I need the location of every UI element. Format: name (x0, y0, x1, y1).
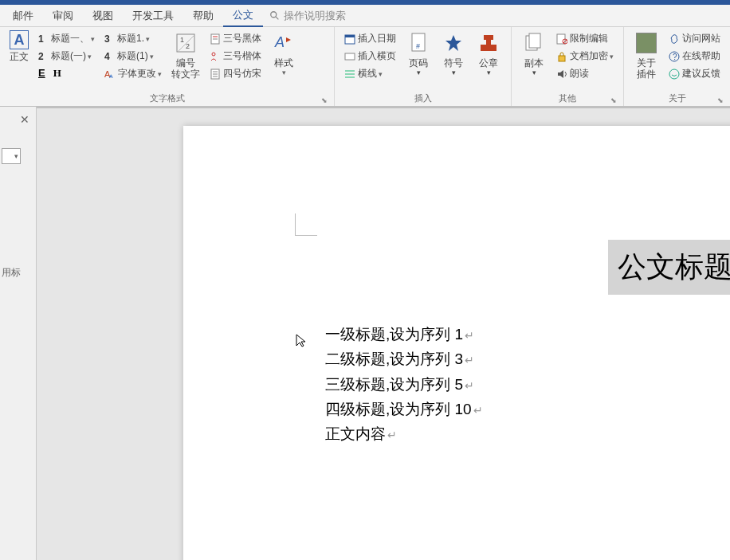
star-icon (441, 30, 466, 56)
zhengwen-button[interactable]: A 正文 (5, 29, 33, 64)
svg-rect-27 (481, 45, 496, 51)
document-area[interactable]: 公文标题 一级标题,设为序列 1↵ 二级标题,设为序列 3↵ 三级标题,设为序列… (37, 107, 730, 560)
pagenum-button[interactable]: # 页码▾ (401, 29, 436, 79)
heading1-button[interactable]: 1标题一、▾ (35, 30, 98, 47)
restrict-icon (556, 33, 567, 45)
svg-point-0 (271, 11, 277, 17)
dialog-launcher-icon[interactable]: ⬊ (321, 96, 328, 104)
navigation-pane: ✕ ▾ 用标 (0, 107, 37, 560)
insert-landscape-button[interactable]: 插入横页 (341, 48, 399, 65)
styles-button[interactable]: A 样式 ▾ (266, 29, 301, 79)
symbol-button[interactable]: 符号▾ (436, 29, 471, 79)
svg-point-11 (212, 53, 215, 56)
styles-icon: A (271, 30, 296, 56)
svg-text:?: ? (673, 53, 677, 61)
svg-rect-19 (345, 53, 355, 60)
chevron-down-icon: ▾ (91, 35, 95, 43)
group-label-other: 其他⬊ (516, 91, 618, 106)
hline-icon (344, 69, 355, 80)
speaker-icon (556, 69, 567, 80)
chevron-down-icon: ▾ (282, 69, 286, 77)
svg-rect-34 (559, 56, 565, 61)
nav-search-input[interactable]: ▾ (2, 148, 21, 164)
dialog-launcher-icon[interactable]: ⬊ (717, 96, 724, 104)
document-page[interactable]: 公文标题 一级标题,设为序列 1↵ 二级标题,设为序列 3↵ 三级标题,设为序列… (183, 126, 730, 560)
lock-icon (556, 51, 567, 62)
chevron-down-icon: ▾ (417, 69, 421, 77)
document-title[interactable]: 公文标题 (608, 240, 730, 295)
close-icon[interactable]: ✕ (20, 113, 29, 126)
seal-icon (476, 30, 501, 56)
numbering-to-text-button[interactable]: 12 编号 转文字 (167, 29, 205, 82)
doc-icon (210, 33, 221, 45)
doc-line[interactable]: 一级标题,设为序列 1↵ (325, 322, 483, 347)
feedback-button[interactable]: 建议反馈 (665, 65, 724, 82)
copy-button[interactable]: 副本▾ (516, 29, 551, 79)
cursor-icon (295, 333, 306, 350)
doc-line[interactable]: 正文内容↵ (325, 421, 483, 446)
restrict-edit-button[interactable]: 限制编辑 (553, 30, 617, 47)
menu-help[interactable]: 帮助 (183, 6, 223, 26)
menu-gongwen[interactable]: 公文 (223, 5, 263, 27)
svg-text:ᴀ: ᴀ (109, 72, 113, 80)
seal-button[interactable]: 公章▾ (471, 29, 506, 79)
chevron-down-icon: ▾ (146, 35, 150, 43)
doc-icon (210, 69, 221, 80)
online-help-button[interactable]: ?在线帮助 (665, 48, 724, 65)
doc-line[interactable]: 四级标题,设为序列 10↵ (325, 397, 483, 421)
svg-rect-18 (345, 35, 355, 37)
heading3-button[interactable]: 3标题1.▾ (101, 30, 165, 47)
chevron-down-icon: ▾ (487, 69, 491, 77)
insert-date-button[interactable]: 插入日期 (341, 30, 399, 47)
dropdown-icon[interactable]: ▾ (14, 152, 18, 160)
sihao-fangsong-button[interactable]: 四号仿宋 (206, 65, 265, 82)
chevron-down-icon: ▾ (610, 53, 614, 61)
font-icon: Aᴀ (104, 69, 116, 80)
ribbon: A 正文 1标题一、▾ 2标题(一)▾ E H 3标题1.▾ 4标题(1)▾ A… (0, 27, 730, 107)
hline-button[interactable]: 横线▾ (341, 65, 399, 82)
dialog-launcher-icon[interactable]: ⬊ (610, 96, 617, 104)
menu-view[interactable]: 视图 (83, 6, 123, 26)
avatar-icon (634, 30, 659, 56)
feedback-icon (669, 69, 680, 80)
svg-point-38 (669, 69, 679, 79)
doc-line[interactable]: 三级标题,设为序列 5↵ (325, 372, 483, 397)
about-plugin-button[interactable]: 关于 插件 (629, 29, 664, 82)
tell-me-label: 操作说明搜索 (284, 9, 346, 23)
person-icon (210, 51, 221, 62)
font-change-button[interactable]: Aᴀ字体更改▾ (101, 65, 165, 82)
zhengwen-icon: A (10, 30, 29, 49)
chevron-down-icon: ▾ (452, 69, 456, 77)
chevron-down-icon: ▾ (532, 69, 536, 77)
margin-marker (295, 213, 317, 236)
copy-icon (521, 30, 547, 56)
heading2-button[interactable]: 2标题(一)▾ (35, 48, 98, 65)
tell-me-search[interactable]: 操作说明搜索 (269, 9, 346, 23)
group-label-text: 文字格式⬊ (5, 91, 329, 106)
sanhao-kaiti-button[interactable]: 三号楷体 (206, 48, 265, 65)
group-label-insert: 插入 (339, 91, 506, 106)
document-body[interactable]: 一级标题,设为序列 1↵ 二级标题,设为序列 3↵ 三级标题,设为序列 5↵ 四… (325, 322, 483, 447)
svg-marker-25 (445, 35, 461, 51)
group-label-about: 关于⬊ (629, 91, 725, 106)
emphasis-button[interactable]: H (50, 65, 65, 81)
chevron-down-icon: ▾ (88, 53, 92, 61)
svg-rect-30 (529, 33, 540, 48)
sanhao-heiti-button[interactable]: 三号黑体 (206, 30, 265, 47)
menu-bar: 邮件 审阅 视图 开发工具 帮助 公文 操作说明搜索 (0, 5, 730, 27)
heading4-button[interactable]: 4标题(1)▾ (101, 48, 165, 65)
svg-text:A: A (274, 34, 285, 50)
doc-line[interactable]: 二级标题,设为序列 3↵ (325, 347, 483, 371)
underline-button[interactable]: E (35, 65, 49, 81)
menu-devtools[interactable]: 开发工具 (123, 6, 183, 26)
menu-review[interactable]: 审阅 (43, 6, 83, 26)
encrypt-button[interactable]: 文档加密▾ (553, 48, 617, 65)
visit-site-button[interactable]: 访问网站 (665, 30, 724, 47)
numbering-icon: 12 (173, 30, 198, 56)
help-icon: ? (669, 51, 680, 62)
read-aloud-button[interactable]: 朗读 (553, 65, 617, 82)
chevron-down-icon: ▾ (158, 70, 162, 78)
link-icon (669, 33, 680, 45)
landscape-page-icon (344, 51, 355, 62)
menu-mail[interactable]: 邮件 (3, 6, 43, 26)
